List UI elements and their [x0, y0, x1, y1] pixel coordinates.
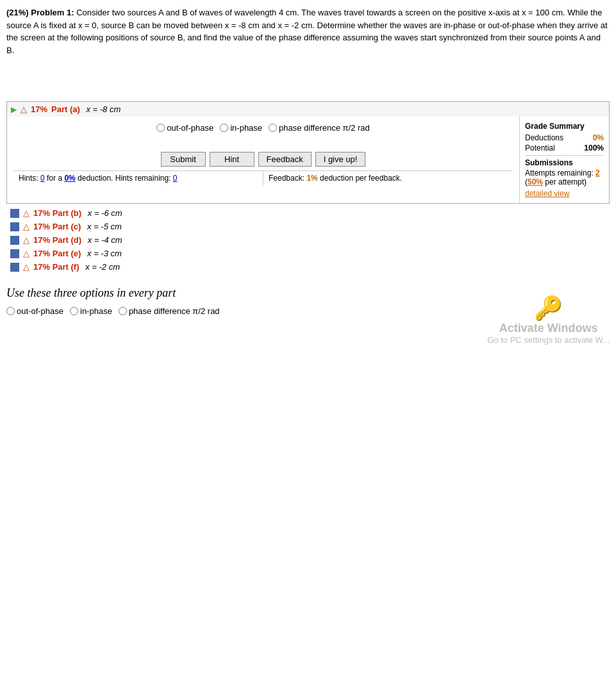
problem-description: Consider two sources A and B of waves of…: [6, 8, 608, 55]
part-e-title[interactable]: 17% Part (e): [33, 249, 81, 258]
hints-remaining: 0: [173, 174, 178, 183]
part-b-title[interactable]: 17% Part (b): [33, 208, 81, 218]
part-a-warning-icon: △: [21, 104, 27, 114]
radio-in-phase[interactable]: [220, 124, 228, 132]
hints-deduct-prefix: for a: [45, 174, 65, 183]
activate-windows-text: Activate Windows: [487, 322, 610, 322]
option-phase-diff[interactable]: phase difference π/2 rad: [269, 123, 370, 133]
part-d-warning-icon: △: [23, 235, 29, 245]
part-d-row: △ 17% Part (d) x = -4 cm: [6, 233, 610, 247]
part-e-row: △ 17% Part (e) x = -3 cm: [6, 247, 610, 260]
problem-text: (21%) Problem 1: Consider two sources A …: [6, 6, 609, 56]
bottom-radio-out-of-phase[interactable]: [6, 307, 15, 315]
part-e-mini-icon: [10, 249, 19, 258]
bottom-option-in-phase[interactable]: in-phase: [70, 306, 112, 316]
part-d-title[interactable]: 17% Part (d): [33, 235, 81, 245]
option-in-phase-label: in-phase: [230, 123, 262, 133]
submit-button[interactable]: Submit: [161, 152, 206, 167]
feedback-deduct: 1%: [306, 174, 317, 183]
detailed-view-link[interactable]: detailed view: [525, 189, 569, 198]
part-a-play-icon[interactable]: ▶: [11, 105, 17, 114]
hints-prefix: Hints:: [19, 174, 40, 183]
part-b-row: △ 17% Part (b) x = -6 cm: [6, 206, 610, 220]
give-up-button[interactable]: I give up!: [315, 152, 366, 167]
per-attempt-text: (50% per attempt): [525, 177, 604, 186]
collapsed-parts: △ 17% Part (b) x = -6 cm △ 17% Part (c) …: [6, 206, 610, 274]
option-in-phase[interactable]: in-phase: [220, 123, 262, 133]
part-c-title[interactable]: 17% Part (c): [33, 222, 81, 231]
bottom-option-out-of-phase[interactable]: out-of-phase: [6, 306, 63, 316]
part-a-section: ▶ △ 17% Part (a) x = -8 cm out-of-phase …: [6, 101, 610, 204]
part-a-percent: 17%: [31, 104, 47, 114]
option-out-of-phase-label: out-of-phase: [167, 123, 213, 133]
hints-count: 0: [40, 174, 45, 183]
part-a-label: Part (a): [51, 104, 80, 114]
part-d-coord: x = -4 cm: [85, 235, 122, 245]
problem-prefix: (21%): [6, 8, 29, 17]
part-c-warning-icon: △: [23, 222, 29, 231]
deductions-row: Deductions 0%: [525, 133, 604, 142]
part-e-coord: x = -3 cm: [85, 249, 121, 258]
feedback-button[interactable]: Feedback: [258, 152, 312, 167]
attempts-prefix: Attempts remaining:: [525, 169, 595, 177]
feedback-prefix: Feedback:: [269, 174, 306, 183]
option-phase-diff-label: phase difference π/2 rad: [279, 123, 370, 133]
part-b-mini-icon: [10, 209, 19, 218]
part-f-row: △ 17% Part (f) x = -2 cm: [6, 260, 610, 274]
bottom-radio-options: out-of-phase in-phase phase difference π…: [6, 306, 610, 316]
instruction-text: Use these three options in every part: [6, 286, 610, 300]
hints-feedback-row: Hints: 0 for a 0% deduction. Hints remai…: [13, 170, 513, 185]
potential-label: Potential: [525, 144, 555, 153]
hints-col: Hints: 0 for a 0% deduction. Hints remai…: [13, 171, 263, 185]
grade-summary: Grade Summary Deductions 0% Potential 10…: [519, 117, 609, 203]
grade-summary-title: Grade Summary: [525, 122, 604, 131]
attempts-text: Attempts remaining: 2: [525, 169, 604, 177]
part-e-warning-icon: △: [23, 249, 29, 258]
part-f-coord: x = -2 cm: [83, 262, 120, 272]
option-out-of-phase[interactable]: out-of-phase: [156, 123, 213, 133]
part-a-coord: x = -8 cm: [84, 104, 121, 114]
part-f-mini-icon: [10, 263, 19, 272]
radio-out-of-phase[interactable]: [156, 124, 165, 132]
bottom-option-phase-diff[interactable]: phase difference π/2 rad: [119, 306, 220, 316]
part-c-row: △ 17% Part (c) x = -5 cm: [6, 220, 610, 233]
part-a-buttons: Submit Hint Feedback I give up!: [13, 152, 513, 167]
part-a-body: out-of-phase in-phase phase difference π…: [7, 117, 609, 203]
deductions-label: Deductions: [525, 133, 563, 142]
deductions-value: 0%: [593, 133, 604, 142]
hints-deduct: 0%: [64, 174, 75, 183]
feedback-suffix: deduction per feedback.: [318, 174, 402, 183]
submissions-title: Submissions: [525, 158, 604, 167]
part-f-title[interactable]: 17% Part (f): [33, 262, 79, 272]
grade-divider: [525, 155, 604, 156]
potential-value: 100%: [584, 144, 604, 153]
part-b-coord: x = -6 cm: [85, 208, 122, 218]
bottom-option-pd-label: phase difference π/2 rad: [129, 306, 220, 316]
part-f-warning-icon: △: [23, 262, 29, 272]
radio-phase-diff[interactable]: [269, 124, 277, 132]
part-d-mini-icon: [10, 236, 19, 245]
hints-deduct-suffix: deduction. Hints remaining:: [76, 174, 173, 183]
hint-button[interactable]: Hint: [210, 152, 254, 167]
per-attempt-pct: 50%: [528, 177, 543, 186]
part-a-radio-options: out-of-phase in-phase phase difference π…: [13, 123, 513, 133]
bottom-radio-in-phase[interactable]: [70, 307, 78, 315]
bottom-option-ip-label: in-phase: [80, 306, 112, 316]
part-b-warning-icon: △: [23, 208, 29, 218]
part-a-left: out-of-phase in-phase phase difference π…: [7, 117, 519, 203]
problem-title: Problem 1:: [31, 8, 74, 17]
attempts-val: 2: [595, 169, 600, 177]
potential-row: Potential 100%: [525, 144, 604, 153]
bottom-radio-phase-diff[interactable]: [119, 307, 127, 315]
part-c-coord: x = -5 cm: [85, 222, 121, 231]
feedback-col: Feedback: 1% deduction per feedback.: [263, 171, 513, 185]
part-a-header: ▶ △ 17% Part (a) x = -8 cm: [7, 102, 609, 117]
bottom-option-oop-label: out-of-phase: [17, 306, 63, 316]
part-c-mini-icon: [10, 222, 19, 231]
